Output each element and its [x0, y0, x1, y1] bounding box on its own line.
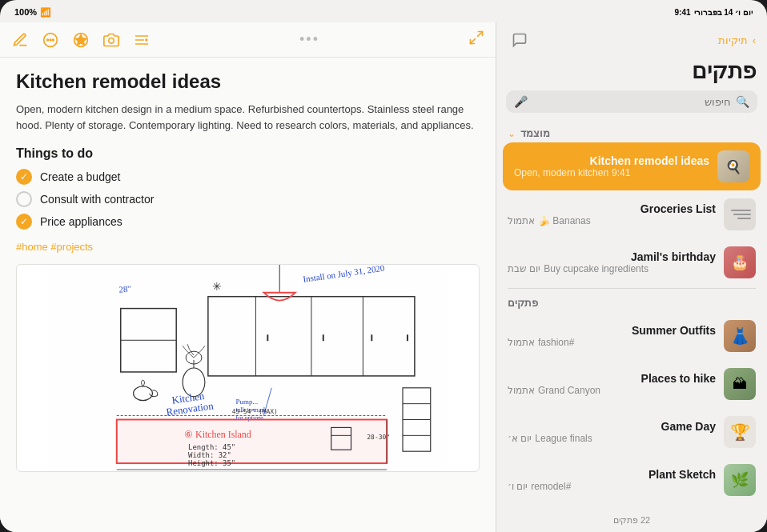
note-sub1-plant: יום ו׳ [508, 481, 528, 492]
expand-icon[interactable] [468, 34, 484, 49]
note-sub2-summer: #fashion [538, 337, 574, 348]
notes-panel: › תיקיות פתקים 🔍 🎤 מוצמד ⌄ 🍳 Kitchen rem… [496, 22, 767, 532]
note-item-groceries[interactable]: Groceries List Bananas 🍌 אתמול [496, 190, 767, 238]
chevron-back-icon: › [753, 34, 756, 46]
note-item-text-plant: Plant Sketch #remodel יום ו׳ [508, 468, 716, 492]
notes-count: 22 פתקים [613, 515, 650, 525]
note-sub1-hike: אתמול [508, 385, 535, 396]
note-thumb-plant: 🌿 [724, 464, 756, 496]
note-tags: #home #projects [16, 241, 480, 253]
note-sub2-game: League finals [535, 433, 592, 444]
svg-line-12 [471, 39, 476, 44]
note-item-text-hike: Places to hike Grand Canyon אתמול [508, 372, 716, 396]
svg-text:Pump...: Pump... [236, 398, 259, 406]
thumb-line-1 [731, 210, 751, 211]
svg-text:⑥ Kitchen Island: ⑥ Kitchen Island [184, 429, 251, 440]
status-right: יום ו׳ 14 בפברורי 9:41 [675, 8, 753, 17]
checklist-text-3: Price appliances [40, 215, 122, 228]
search-input[interactable] [532, 96, 731, 108]
sketch-area: Install on July 31, 2020 Kitchen Renovat… [16, 264, 480, 472]
note-item-title-game: Game Day [508, 420, 716, 433]
note-item-title-groceries: Groceries List [508, 202, 716, 215]
note-item-sub-groceries: Bananas 🍌 אתמול [508, 215, 716, 226]
pinned-label-text: מוצמד [520, 127, 550, 139]
note-item-kitchen[interactable]: 🍳 Kitchen remodel ideas 9:41 Open, moder… [503, 142, 761, 190]
chat-icon[interactable] [508, 28, 532, 52]
panel-list: מוצמד ⌄ 🍳 Kitchen remodel ideas 9:41 Ope… [496, 121, 767, 509]
note-sub1-summer: אתמול [508, 337, 535, 348]
checklist: ✓ Create a budget Consult with contracto… [16, 169, 480, 230]
checklist-text-1: Create a budget [40, 170, 120, 183]
compose-icon[interactable] [11, 31, 29, 49]
svg-text:45-54" (MAX): 45-54" (MAX) [232, 408, 278, 415]
svg-point-2 [50, 39, 51, 41]
checklist-item-3[interactable]: ✓ Price appliances [16, 214, 480, 230]
panel-title: פתקים [496, 58, 767, 90]
status-left: 100% 📶 [14, 7, 51, 18]
note-item-title-summer: Summer Outfits [508, 324, 716, 337]
note-item-title-birthday: Jamil's birthday [508, 250, 716, 263]
note-editor: ••• Kitchen remodel ideas Open, modern k… [0, 22, 496, 532]
mic-icon[interactable]: 🎤 [514, 95, 528, 108]
note-item-text-game: Game Day League finals יום א׳ [508, 420, 716, 444]
notes-section-label: פתקים [496, 290, 767, 312]
main-container: ••• Kitchen remodel ideas Open, modern k… [0, 22, 767, 532]
note-thumb-birthday: 🎂 [724, 246, 756, 278]
wifi-icon: 📶 [40, 7, 51, 18]
svg-point-6 [109, 38, 114, 43]
note-item-plant[interactable]: 🌿 Plant Sketch #remodel יום ו׳ [496, 456, 767, 504]
note-item-hike[interactable]: 🏔 Places to hike Grand Canyon אתמול [496, 360, 767, 408]
svg-line-11 [478, 32, 483, 37]
note-item-sub-game: League finals יום א׳ [508, 433, 716, 444]
note-thumb-hike: 🏔 [724, 368, 756, 400]
checklist-item-1[interactable]: ✓ Create a budget [16, 169, 480, 185]
check-circle-1: ✓ [16, 169, 32, 185]
svg-point-3 [53, 39, 54, 41]
note-thumb-kitchen: 🍳 [717, 150, 749, 182]
more-circle-icon[interactable] [42, 31, 59, 49]
navigate-icon[interactable] [72, 31, 90, 49]
note-item-sub-kitchen: 9:41 Open, modern kitchen [514, 167, 709, 178]
camera-icon[interactable] [102, 31, 120, 49]
note-thumb-summer: 👗 [724, 320, 756, 352]
search-icon: 🔍 [736, 95, 749, 108]
note-item-birthday[interactable]: 🎂 Jamil's birthday Buy cupcake ingredien… [496, 238, 767, 286]
note-sub1-groceries: אתמול [508, 215, 535, 226]
checklist-text-2: Consult with contractor [40, 193, 154, 206]
check-circle-3: ✓ [16, 214, 32, 230]
date-label: יום ו׳ 14 בפברורי [694, 8, 753, 17]
note-item-text-birthday: Jamil's birthday Buy cupcake ingredients… [508, 250, 716, 274]
pinned-chevron-icon[interactable]: ⌄ [508, 128, 516, 139]
note-item-title-kitchen: Kitchen remodel ideas [514, 154, 709, 167]
note-sub1-kitchen: Open, modern kitchen [514, 167, 608, 178]
checklist-item-2[interactable]: Consult with contractor [16, 191, 480, 207]
status-bar: 100% 📶 יום ו׳ 14 בפברורי 9:41 [0, 0, 767, 22]
note-sub2-hike: Grand Canyon [538, 385, 600, 396]
svg-text:Width: 32": Width: 32" [188, 451, 231, 459]
game-day-icon: 🏆 [730, 422, 750, 442]
panel-header: › תיקיות [496, 22, 767, 58]
time-label: 9:41 [675, 8, 691, 17]
battery-label: 100% [14, 7, 37, 17]
check-circle-2 [16, 191, 32, 207]
thumb-line-3 [737, 218, 751, 219]
note-item-title-hike: Places to hike [508, 372, 716, 385]
note-item-game[interactable]: 🏆 Game Day League finals יום א׳ [496, 408, 767, 456]
svg-text:Length: 45": Length: 45" [188, 443, 235, 451]
note-item-text-summer: Summer Outfits #fashion אתמול [508, 324, 716, 348]
note-item-summer[interactable]: 👗 Summer Outfits #fashion אתמול [496, 312, 767, 360]
back-button[interactable]: תיקיות [718, 34, 748, 46]
thumb-line-2 [733, 214, 751, 215]
list-settings-icon[interactable] [133, 31, 151, 49]
note-item-text-groceries: Groceries List Bananas 🍌 אתמול [508, 202, 716, 226]
note-title: Kitchen remodel ideas [16, 70, 480, 94]
toolbar: ••• [0, 22, 496, 58]
note-sub2-kitchen: 9:41 [612, 167, 630, 178]
svg-point-1 [47, 39, 49, 41]
svg-text:28-30": 28-30" [367, 434, 390, 441]
note-item-sub-hike: Grand Canyon אתמול [508, 385, 716, 396]
more-dots[interactable]: ••• [299, 31, 319, 48]
pinned-section-label: מוצמד ⌄ [496, 121, 767, 142]
note-body: Open, modern kitchen design in a medium … [16, 102, 480, 134]
note-sub1-birthday: יום שבת [508, 263, 540, 274]
